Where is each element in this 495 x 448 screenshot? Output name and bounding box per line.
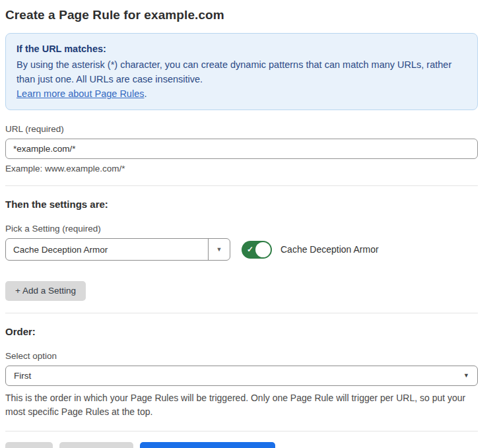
save-and-deploy-button[interactable]: Save and Deploy Page Rule — [140, 442, 276, 448]
settings-section-heading: Then the settings are: — [5, 199, 478, 210]
url-field-label: URL (required) — [5, 124, 478, 134]
check-icon: ✓ — [247, 245, 253, 254]
chevron-down-icon: ▼ — [216, 247, 222, 253]
toggle-setting-label: Cache Deception Armor — [280, 244, 379, 255]
divider — [5, 313, 478, 313]
url-input[interactable] — [5, 139, 478, 159]
order-select-label: Select option — [5, 351, 478, 361]
cache-deception-armor-toggle[interactable]: ✓ — [242, 241, 272, 259]
order-select-value: First — [14, 371, 31, 381]
order-section-heading: Order: — [5, 326, 478, 337]
add-setting-button[interactable]: + Add a Setting — [5, 281, 86, 301]
create-page-rule-form: Create a Page Rule for example.com If th… — [0, 0, 495, 448]
info-banner-link-line: Learn more about Page Rules. — [16, 86, 467, 101]
info-banner-body: By using the asterisk (*) character, you… — [16, 57, 467, 86]
order-helper-text: This is the order in which your Page Rul… — [5, 391, 478, 419]
learn-more-link[interactable]: Learn more about Page Rules — [16, 88, 144, 99]
save-as-draft-button[interactable]: Save as Draft — [59, 442, 133, 448]
url-example-helper: Example: www.example.com/* — [5, 164, 478, 174]
divider — [5, 431, 478, 432]
info-banner-heading: If the URL matches: — [16, 42, 467, 56]
toggle-knob — [255, 242, 271, 257]
page-title: Create a Page Rule for example.com — [5, 8, 478, 22]
setting-dropdown-arrow-button[interactable]: ▼ — [208, 239, 230, 260]
url-match-info-banner: If the URL matches: By using the asteris… — [5, 33, 478, 110]
pick-setting-label: Pick a Setting (required) — [5, 224, 478, 234]
link-period: . — [144, 88, 147, 99]
setting-row: Cache Deception Armor ▼ ✓ Cache Deceptio… — [5, 238, 478, 261]
cancel-button[interactable]: Cancel — [5, 442, 53, 448]
setting-dropdown[interactable]: Cache Deception Armor ▼ — [5, 238, 230, 261]
setting-dropdown-value: Cache Deception Armor — [6, 239, 208, 260]
order-select[interactable]: First ▼ — [5, 366, 478, 386]
divider — [5, 185, 478, 186]
chevron-down-icon: ▼ — [463, 373, 469, 379]
footer-actions: Cancel Save as Draft Save and Deploy Pag… — [5, 442, 478, 448]
